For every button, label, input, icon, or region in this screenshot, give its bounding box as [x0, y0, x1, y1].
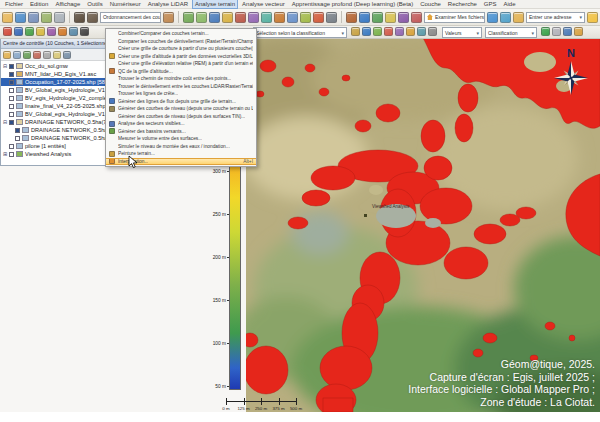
favorites-combo[interactable]: Examiner Mes fichiers ▾	[424, 12, 485, 23]
sun-icon[interactable]	[513, 12, 524, 23]
menu-affichage[interactable]: Affichage	[52, 0, 83, 8]
zoom-out-icon[interactable]	[398, 12, 409, 23]
layer-row[interactable]: BV_Global_egis_Hydrologie_V1.shp [16 ent…	[1, 86, 105, 94]
menu-outils[interactable]: Outils	[84, 0, 105, 8]
digitizer-icon[interactable]	[346, 12, 357, 23]
layer-row[interactable]: ⊞Viewshed Analysis	[1, 150, 105, 158]
menu-item-grid-elevation-icon[interactable]: Créer une grille d'altitude à partir des…	[106, 53, 256, 61]
print-icon[interactable]	[54, 12, 65, 23]
menu-analyse-terrain[interactable]: Analyse terrain	[192, 0, 238, 9]
layer-row[interactable]: pilone [1 entités]	[1, 142, 105, 150]
lidar-color-icon[interactable]	[209, 12, 220, 23]
menu-analyse-lidar[interactable]: Analyse LiDAR	[145, 0, 191, 8]
pan-icon[interactable]	[372, 12, 383, 23]
close-layer-icon[interactable]	[13, 51, 21, 59]
class-combo[interactable]: Classification ▾	[485, 27, 537, 38]
lidar-noise-icon[interactable]	[261, 12, 272, 23]
menu-item-plain[interactable]: Générer des courbes de niveau (depuis de…	[106, 113, 256, 121]
lidar-grid-icon[interactable]	[287, 12, 298, 23]
paint-bucket-icon[interactable]	[406, 27, 415, 36]
map-view[interactable]: Viewshed Analysis	[246, 38, 600, 412]
layer-row[interactable]: BV_Global_egis_Hydrologie_V1.shp [COPY] …	[1, 110, 105, 118]
menu-analyse-vecteur[interactable]: Analyse vecteur	[239, 0, 288, 8]
lidar-ground-icon[interactable]	[196, 12, 207, 23]
open-layer-icon[interactable]	[3, 51, 11, 59]
layer-row[interactable]: BV_egis_Hydrologie_V2_complet.shp [167 e…	[1, 94, 105, 102]
clear-selection-icon[interactable]	[384, 27, 393, 36]
layer-checkbox[interactable]	[9, 152, 14, 157]
info-icon[interactable]	[359, 12, 370, 23]
layer-checkbox[interactable]	[15, 136, 20, 141]
lidar-extract-icon[interactable]	[274, 12, 285, 23]
layer-checkbox[interactable]	[9, 96, 14, 101]
select-icon[interactable]	[362, 27, 371, 36]
layer-options-icon[interactable]	[33, 51, 41, 59]
menu-item-viewshed-icon[interactable]: Analyse des secteurs visibles...	[106, 120, 256, 128]
layer-checkbox[interactable]	[9, 88, 14, 93]
menu-gps[interactable]: GPS	[481, 0, 500, 8]
text-tool-icon[interactable]	[47, 27, 56, 36]
classification-combo[interactable]: Sélection selon la classification ▾	[253, 27, 347, 38]
view-3d-icon[interactable]	[552, 27, 561, 36]
lasso-icon[interactable]	[373, 27, 382, 36]
menu-recherche[interactable]: Recherche	[445, 0, 480, 8]
lidar-class-icon[interactable]	[248, 12, 259, 23]
move-up-icon[interactable]	[53, 51, 61, 59]
filter-icon[interactable]	[351, 27, 360, 36]
menu-item-plain[interactable]: Combiner/Comparer des couches terrain...	[106, 30, 256, 38]
menu-item-plain[interactable]: Trouver les lignes de crête...	[106, 90, 256, 98]
menu-item-plain[interactable]: Simuler le niveau de montée des eaux / i…	[106, 143, 256, 151]
attribute-icon[interactable]	[395, 27, 404, 36]
layer-row[interactable]: linaire_final_V4_22-05-2025.shp [582 ent…	[1, 102, 105, 110]
layer-checkbox[interactable]	[9, 104, 14, 109]
measure-icon[interactable]	[87, 12, 98, 23]
full-extent-icon[interactable]	[411, 12, 422, 23]
search-combo[interactable]: Entrer une adresse ▾	[526, 12, 585, 23]
menu-item-plain[interactable]: Trouver le dénivellement entre les couch…	[106, 83, 256, 91]
camera-icon[interactable]	[563, 27, 572, 36]
area-tool-icon[interactable]	[25, 27, 34, 36]
save-icon[interactable]	[28, 12, 39, 23]
menu-item-terrain-qc-icon[interactable]: QC de la grille d'altitude...	[106, 68, 256, 76]
menu-num-riseur[interactable]: Numériseur	[107, 0, 144, 8]
line-tool-icon[interactable]	[14, 27, 23, 36]
menu-apprentissage-profond-deep-learning-beta-[interactable]: Apprentissage profond (Deep learning) (B…	[289, 0, 416, 8]
layer-checkbox[interactable]	[9, 112, 14, 117]
erase-icon[interactable]	[80, 27, 89, 36]
menu-item-plain[interactable]: Trouver le chemin de moindre coût entre …	[106, 75, 256, 83]
layer-checkbox[interactable]	[9, 72, 14, 77]
lidar-return-icon[interactable]	[235, 12, 246, 23]
delete-icon[interactable]	[313, 12, 324, 23]
values-combo[interactable]: Valeurs ▾	[442, 27, 482, 38]
layer-checkbox[interactable]	[9, 64, 14, 69]
layer-checkbox[interactable]	[9, 80, 14, 85]
menu-item-plain[interactable]: Créer une grille d'élévation relative (R…	[106, 60, 256, 68]
menu-edition[interactable]: Edition	[27, 0, 51, 8]
menu-item-plain[interactable]: Créer une grille de courbure à partir d'…	[106, 45, 256, 53]
layer-row[interactable]: MNT_lidar_HD_Egis_V1.asc	[1, 70, 105, 78]
mountain-icon[interactable]	[163, 12, 174, 23]
move-down-icon[interactable]	[63, 51, 71, 59]
menu-couche[interactable]: Couche	[417, 0, 444, 8]
brush-icon[interactable]	[428, 27, 437, 36]
layer-checkbox[interactable]	[9, 120, 14, 125]
menu-item-contour-icon[interactable]: Générer des courbes de niveau (depuis un…	[106, 105, 256, 113]
lidar-classify-icon[interactable]	[183, 12, 194, 23]
globe-flat-icon[interactable]	[500, 12, 511, 23]
snap-icon[interactable]	[69, 27, 78, 36]
move-tool-icon[interactable]	[58, 27, 67, 36]
menu-item-plain[interactable]: Mesurer le volume entre des surfaces...	[106, 135, 256, 143]
globe-icon[interactable]	[15, 12, 26, 23]
render-icon[interactable]	[574, 27, 583, 36]
globe-3d-icon[interactable]	[487, 12, 498, 23]
eyedropper-icon[interactable]	[417, 27, 426, 36]
menu-fichier[interactable]: Fichier	[2, 0, 26, 8]
sphere-icon[interactable]	[541, 27, 550, 36]
lidar-elevation-icon[interactable]	[222, 12, 233, 23]
layer-row[interactable]: Occupation_17-07-2025.shp [58,858 entité…	[1, 78, 105, 86]
layer-row[interactable]: DRAINAGE NETWORK_0.5ha(7) (Watershed Are…	[1, 126, 105, 134]
metadata-icon[interactable]	[23, 51, 31, 59]
zoom-layer-icon[interactable]	[43, 51, 51, 59]
zoom-in-icon[interactable]	[385, 12, 396, 23]
menu-item-flow-lines-icon[interactable]: Générer des lignes de flux depuis une gr…	[106, 98, 256, 106]
